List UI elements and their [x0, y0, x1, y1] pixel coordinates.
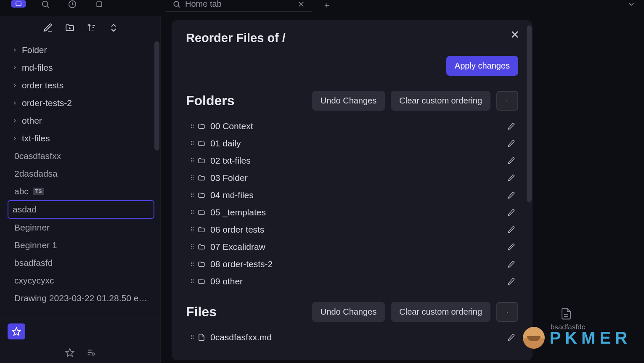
folder-icon	[198, 226, 205, 233]
folder-label: order tests	[22, 80, 64, 90]
file-label: Drawing 2023-03-22 01.28.50 e…	[14, 293, 147, 303]
drag-handle-icon[interactable]: ⠿	[190, 175, 193, 181]
edit-icon[interactable]	[507, 278, 515, 285]
svg-point-1	[42, 1, 48, 7]
sidebar-folder[interactable]: txt-files	[12, 130, 154, 147]
sidebar-file[interactable]: bsadfasfd	[12, 254, 154, 272]
svg-marker-16	[66, 349, 73, 356]
clear-ordering-button[interactable]: Clear custom ordering	[391, 302, 490, 322]
sidebar-folder[interactable]: other	[12, 112, 154, 130]
undo-changes-button[interactable]: Undo Changes	[312, 302, 385, 322]
copy-icon[interactable]	[92, 0, 107, 8]
folder-row[interactable]: ⠿00 Context	[186, 118, 518, 134]
collapse-icon[interactable]	[109, 23, 118, 32]
document-icon	[560, 307, 572, 321]
sidebar-file[interactable]: Drawing 2023-03-22 01.28.50 e…	[12, 289, 154, 307]
sort-icon[interactable]	[87, 23, 96, 32]
close-icon[interactable]	[510, 29, 520, 40]
sidebar-file[interactable]: 0casdfasfxx	[12, 147, 154, 165]
chevron-right-icon	[12, 47, 18, 53]
folder-row[interactable]: ⠿05 _templates	[186, 204, 518, 220]
file-label: Beginner	[14, 223, 50, 233]
sidebar-file[interactable]: cxycycyxc	[12, 272, 154, 289]
close-icon[interactable]	[297, 0, 305, 8]
folder-row[interactable]: ⠿08 order-tests-2	[186, 256, 518, 272]
edit-icon[interactable]	[507, 209, 515, 216]
sidebar-folder[interactable]: md-files	[12, 59, 154, 77]
file-label: cxycycyxc	[14, 276, 54, 286]
search-icon[interactable]	[38, 0, 53, 8]
item-label: 08 order-tests-2	[210, 259, 273, 269]
folder-row[interactable]: ⠿01 daily	[186, 135, 518, 151]
apply-changes-button[interactable]: Apply changes	[446, 56, 518, 76]
folder-label: Folder	[22, 45, 47, 55]
drag-handle-icon[interactable]: ⠿	[190, 334, 193, 341]
svg-point-20	[92, 353, 94, 355]
history-icon[interactable]	[65, 0, 80, 8]
drag-handle-icon[interactable]: ⠿	[190, 209, 193, 216]
sidebar-folder[interactable]: order tests	[12, 77, 154, 94]
tab-home[interactable]: Home tab	[166, 0, 312, 12]
edit-icon[interactable]	[507, 122, 515, 130]
sidebar-file[interactable]: abc TS	[12, 183, 154, 200]
item-label: 00 Context	[210, 121, 253, 131]
folder-row[interactable]: ⠿02 txt-files	[186, 153, 518, 169]
chevron-right-icon	[12, 135, 18, 141]
folders-heading: Folders	[186, 93, 235, 109]
edit-icon[interactable]	[507, 334, 515, 341]
item-label: 07 Excalidraw	[210, 242, 265, 252]
drag-handle-icon[interactable]: ⠿	[190, 192, 193, 199]
sidebar-file[interactable]: 2dasdadsa	[12, 165, 154, 183]
drag-handle-icon[interactable]: ⠿	[190, 278, 193, 285]
folders-section-header: Folders Undo Changes Clear custom orderi…	[186, 91, 518, 111]
file-label: 2dasdadsa	[14, 169, 58, 179]
drag-handle-icon[interactable]: ⠿	[190, 140, 193, 147]
svg-line-2	[47, 6, 49, 8]
file-label: bsadfasfd	[14, 258, 53, 268]
undo-changes-button[interactable]: Undo Changes	[312, 91, 385, 111]
folder-row[interactable]: ⠿09 other	[186, 273, 518, 289]
watermark-logo	[523, 327, 545, 349]
tab-bar: Home tab +	[166, 0, 644, 13]
new-tab-button[interactable]: +	[324, 0, 330, 11]
file-tree: Foldermd-filesorder testsorder-tests-2ot…	[0, 41, 160, 318]
folder-label: order-tests-2	[22, 98, 72, 108]
scrollbar[interactable]	[154, 41, 159, 151]
clear-ordering-button[interactable]: Clear custom ordering	[391, 91, 490, 111]
edit-icon[interactable]	[507, 174, 515, 182]
drag-handle-icon[interactable]: ⠿	[190, 157, 193, 164]
drag-handle-icon[interactable]: ⠿	[190, 123, 193, 130]
item-label: 06 order tests	[210, 225, 264, 235]
list-settings-icon[interactable]	[86, 348, 95, 357]
drag-handle-icon[interactable]: ⠿	[190, 261, 193, 268]
folder-row[interactable]: ⠿06 order tests	[186, 222, 518, 238]
file-row[interactable]: ⠿0casdfasfxx.md	[186, 329, 518, 345]
collapse-section-button[interactable]	[496, 302, 518, 322]
tab-dropdown-icon[interactable]	[627, 0, 636, 8]
files-icon[interactable]	[11, 0, 26, 8]
folder-label: md-files	[22, 63, 53, 73]
drag-handle-icon[interactable]: ⠿	[190, 244, 193, 250]
sidebar-folder[interactable]: Folder	[12, 41, 154, 59]
folder-row[interactable]: ⠿07 Excalidraw	[186, 239, 518, 255]
new-folder-icon[interactable]	[65, 23, 74, 32]
folder-row[interactable]: ⠿04 md-files	[186, 187, 518, 203]
sidebar-folder[interactable]: order-tests-2	[12, 94, 154, 112]
collapse-section-button[interactable]	[496, 91, 518, 111]
sidebar-file[interactable]: Beginner 1	[12, 236, 154, 254]
bookmark-button[interactable]	[8, 323, 25, 339]
edit-icon[interactable]	[507, 243, 515, 251]
item-label: 01 daily	[210, 138, 241, 148]
edit-icon[interactable]	[507, 140, 515, 147]
edit-icon[interactable]	[507, 226, 515, 233]
star-icon[interactable]	[65, 348, 74, 357]
sidebar-file[interactable]: Beginner	[12, 219, 154, 236]
sidebar-file[interactable]: asdad	[8, 200, 154, 219]
edit-icon[interactable]	[507, 260, 515, 268]
folder-row[interactable]: ⠿03 Folder	[186, 170, 518, 186]
edit-icon[interactable]	[507, 157, 515, 164]
edit-icon[interactable]	[507, 191, 515, 199]
drag-handle-icon[interactable]: ⠿	[190, 226, 193, 233]
new-note-icon[interactable]	[43, 23, 52, 32]
scrollbar[interactable]	[527, 25, 532, 202]
